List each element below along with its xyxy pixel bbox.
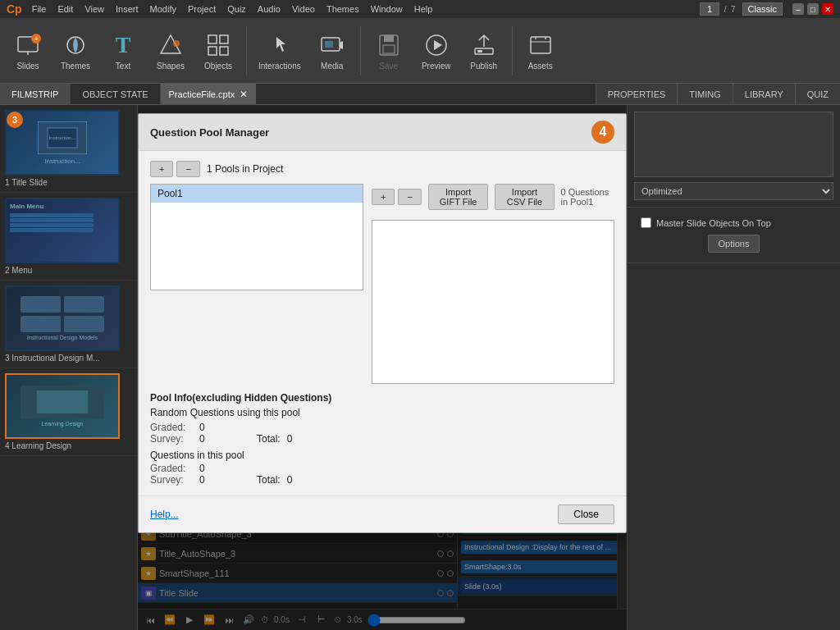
pools-header: + − 1 Pools in Project bbox=[150, 161, 614, 177]
filmstrip-label-1: 1 Title Slide bbox=[5, 178, 132, 187]
toolbar-save[interactable]: Save bbox=[366, 22, 412, 80]
tabbar-left: FILMSTRIP OBJECT STATE PracticeFile.cptx… bbox=[0, 84, 256, 104]
svg-rect-15 bbox=[383, 45, 395, 53]
toolbar-shapes[interactable]: Shapes bbox=[148, 22, 194, 80]
menu-help[interactable]: Help bbox=[409, 2, 438, 16]
menu-insert[interactable]: Insert bbox=[111, 2, 144, 16]
menu-window[interactable]: Window bbox=[366, 2, 408, 16]
pool-remove-button[interactable]: − bbox=[176, 161, 199, 177]
filmstrip-label-2: 2 Menu bbox=[5, 266, 132, 275]
close-button[interactable]: Close bbox=[558, 504, 614, 524]
filmstrip-slide-2[interactable]: Main Menu 2 Menu bbox=[0, 193, 137, 281]
survey-random-val: 0 bbox=[199, 433, 224, 445]
help-link[interactable]: Help... bbox=[150, 509, 179, 520]
toolbar-preview-label: Preview bbox=[422, 62, 451, 71]
toolbar-themes[interactable]: Themes bbox=[52, 22, 98, 80]
master-slide-checkbox-row: Master Slide Objects On Top bbox=[634, 214, 833, 231]
menu-audio[interactable]: Audio bbox=[253, 2, 285, 16]
menu-modify[interactable]: Modify bbox=[145, 2, 181, 16]
survey-label: Survey: bbox=[150, 433, 199, 445]
master-slide-checkbox[interactable] bbox=[641, 217, 651, 228]
right-panel-options: Master Slide Objects On Top Options bbox=[628, 208, 840, 263]
toolbar-objects[interactable]: Objects bbox=[195, 22, 241, 80]
pool-add-button[interactable]: + bbox=[150, 161, 173, 177]
survey-pool-val: 0 bbox=[199, 474, 224, 486]
filmstrip-thumb-4: Learning Design bbox=[5, 373, 120, 439]
menu-themes[interactable]: Themes bbox=[322, 2, 364, 16]
toolbar-text[interactable]: T Text bbox=[100, 22, 146, 80]
toolbar-publish-label: Publish bbox=[470, 62, 497, 71]
window-minimize-button[interactable]: – bbox=[792, 3, 804, 15]
toolbar-assets[interactable]: Assets bbox=[518, 22, 564, 80]
filmstrip-label-4: 4 Learning Design bbox=[5, 441, 132, 450]
tab-file[interactable]: PracticeFile.cptx ✕ bbox=[161, 84, 257, 104]
toolbar-media-label: Media bbox=[321, 62, 343, 71]
preview-icon bbox=[422, 30, 451, 60]
tab-properties[interactable]: PROPERTIES bbox=[596, 84, 678, 104]
menu-video[interactable]: Video bbox=[287, 2, 320, 16]
menu-edit[interactable]: Edit bbox=[52, 2, 78, 16]
window-maximize-button[interactable]: □ bbox=[807, 3, 819, 15]
options-button[interactable]: Options bbox=[708, 235, 760, 253]
toolbar-interactions[interactable]: Interactions bbox=[252, 22, 308, 80]
question-remove-button[interactable]: − bbox=[398, 189, 421, 205]
graded-random-val: 0 bbox=[199, 422, 224, 433]
svg-rect-20 bbox=[531, 37, 550, 53]
tab-quiz[interactable]: QUIZ bbox=[795, 84, 840, 104]
menu-file[interactable]: File bbox=[27, 2, 52, 16]
pool-info-title: Pool Info(excluding Hidden Questions) bbox=[150, 392, 614, 404]
properties-dropdown-1[interactable]: Optimized bbox=[634, 182, 833, 200]
graded-random-row: Graded: 0 bbox=[150, 422, 614, 433]
view-mode[interactable]: Classic bbox=[742, 2, 783, 16]
svg-rect-8 bbox=[220, 35, 228, 43]
modal-header: Question Pool Manager 4 bbox=[139, 114, 626, 151]
modal-overlay: Question Pool Manager 4 + − 1 Pools in P… bbox=[138, 105, 627, 630]
toolbar-media[interactable]: Media bbox=[309, 22, 355, 80]
toolbar-interactions-label: Interactions bbox=[258, 62, 301, 71]
svg-text:+: + bbox=[34, 35, 39, 43]
title-bar-right: / 7 Classic – □ ✕ bbox=[700, 2, 833, 16]
filmstrip: 3 Instruction... Instruction... 1 Title … bbox=[0, 105, 138, 630]
toolbar-slides-label: Slides bbox=[16, 62, 39, 71]
tab-timing[interactable]: TIMING bbox=[677, 84, 733, 104]
toolbar: + Slides Themes T Text Shapes Objects In… bbox=[0, 18, 840, 84]
toolbar-sep-1 bbox=[246, 26, 247, 75]
toolbar-publish[interactable]: Publish bbox=[461, 22, 507, 80]
toolbar-slides[interactable]: + Slides bbox=[5, 22, 51, 80]
toolbar-preview[interactable]: Preview bbox=[413, 22, 459, 80]
import-csv-button[interactable]: Import CSV File bbox=[495, 184, 554, 210]
publish-icon bbox=[469, 30, 499, 60]
filmstrip-slide-1[interactable]: 3 Instruction... Instruction... 1 Title … bbox=[0, 105, 137, 193]
pool-questions-area bbox=[372, 220, 614, 384]
tab-filmstrip[interactable]: FILMSTRIP bbox=[0, 84, 71, 104]
window-close-button[interactable]: ✕ bbox=[822, 3, 833, 15]
menu-quiz[interactable]: Quiz bbox=[222, 2, 251, 16]
graded-pool-val: 0 bbox=[199, 463, 224, 474]
properties-area bbox=[634, 112, 833, 177]
save-icon bbox=[374, 30, 404, 60]
tab-library[interactable]: LIBRARY bbox=[733, 84, 795, 104]
filmstrip-thumb-3: Instructional Design Models bbox=[5, 285, 120, 351]
menu-project[interactable]: Project bbox=[183, 2, 221, 16]
menu-view[interactable]: View bbox=[80, 2, 109, 16]
pool-list-item-pool1[interactable]: Pool1 bbox=[151, 185, 363, 203]
interactions-icon bbox=[265, 30, 294, 60]
import-gift-button[interactable]: Import GIFT File bbox=[428, 184, 489, 210]
tab-object-state[interactable]: OBJECT STATE bbox=[71, 84, 160, 104]
svg-rect-14 bbox=[384, 35, 394, 42]
right-panel-top: Optimized bbox=[628, 105, 840, 208]
slide-badge-3: 3 bbox=[7, 112, 23, 128]
filmstrip-slide-3[interactable]: Instructional Design Models 3 Instructio… bbox=[0, 281, 137, 368]
filmstrip-slide-4[interactable]: Learning Design 4 Learning Design bbox=[0, 368, 137, 456]
pool-add-remove: + − bbox=[150, 161, 200, 177]
pool-list: Pool1 bbox=[150, 184, 363, 384]
svg-rect-12 bbox=[325, 41, 333, 48]
total-pool-label: Total: bbox=[257, 474, 281, 486]
title-bar-left: Cp File Edit View Insert Modify Project … bbox=[7, 2, 437, 16]
tab-close-button[interactable]: ✕ bbox=[240, 89, 248, 100]
toolbar-save-label: Save bbox=[379, 62, 398, 71]
page-total: 7 bbox=[731, 5, 736, 14]
tabbar-right: PROPERTIES TIMING LIBRARY QUIZ bbox=[596, 84, 840, 104]
page-current-input[interactable] bbox=[700, 2, 719, 16]
question-add-button[interactable]: + bbox=[372, 189, 395, 205]
